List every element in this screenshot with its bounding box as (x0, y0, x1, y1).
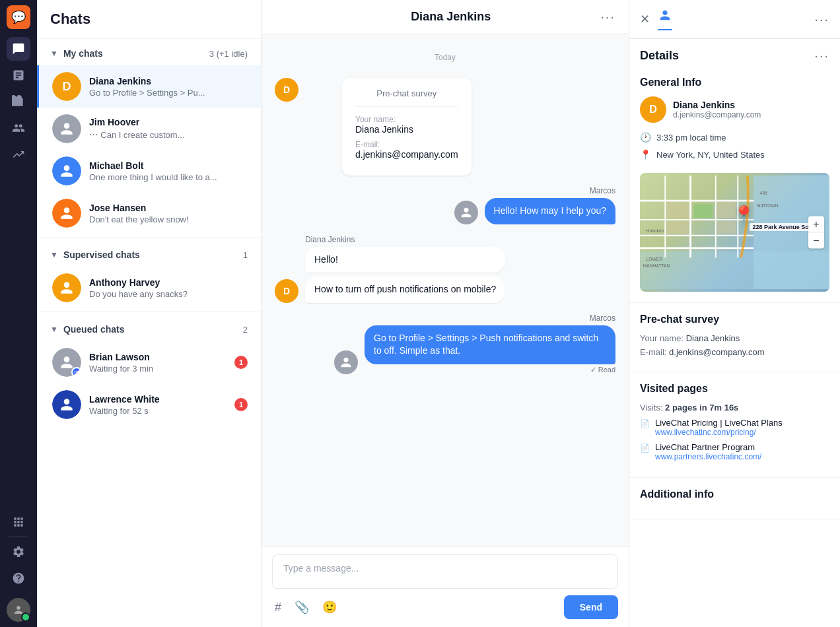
chat-preview-lawrence: Waiting for 52 s (89, 406, 227, 416)
page-title-0: LiveChat Pricing | LiveChat Plans (655, 418, 783, 428)
survey-name-field: Your name: Diana Jenkins (355, 115, 458, 135)
gi-user-row: D Diana Jenkins d.jenkins@company.com (640, 96, 829, 123)
chat-name-jose: Jose Hansen (89, 203, 248, 213)
visited-pages-section: Visited pages Visits: 2 pages in 7m 16s … (629, 372, 840, 478)
nav-item-analytics[interactable] (7, 143, 30, 166)
gi-email: d.jenkins@company.com (673, 110, 761, 119)
nav-item-customers[interactable] (7, 116, 30, 140)
close-panel-button[interactable]: ✕ (640, 12, 650, 26)
avatar-diana: D (52, 72, 81, 101)
nav-item-apps[interactable] (7, 510, 30, 534)
map-address-label: 228 Park Avenue So... (750, 223, 816, 231)
msg-sender-diana: Diana Jenkins (305, 235, 505, 244)
nav-bar: 💬 (0, 0, 37, 627)
chat-item-lawrence[interactable]: Lawrence White Waiting for 52 s 1 (37, 383, 261, 426)
prechat-name-value: Diana Jenkins (686, 333, 740, 343)
chat-item-brian[interactable]: m Brian Lawson Waiting for 3 min 1 (37, 341, 261, 383)
nav-item-settings[interactable] (7, 540, 30, 564)
msg-row-diana: D Diana Jenkins Hello! How to turn off p… (275, 235, 615, 303)
messages-area: Today D Pre-chat survey Your name: Diana… (262, 34, 629, 546)
nav-item-chats[interactable] (7, 37, 30, 61)
visited-pages-title: Visited pages (640, 383, 829, 395)
additional-info-section: Additional info (629, 478, 840, 519)
nav-item-divider (9, 537, 28, 537)
panel-more-button[interactable]: ··· (814, 12, 829, 27)
zoom-in-button[interactable]: + (808, 216, 824, 232)
chat-name-diana: Diana Jenkins (89, 76, 248, 86)
nav-item-reports[interactable] (7, 63, 30, 87)
svg-text:LOWER: LOWER (647, 257, 663, 261)
survey-title: Pre-chat survey (355, 88, 458, 107)
map-roads-svg: MIDTOWN Hoboken LOWER MANHATTAN 495 (640, 173, 829, 292)
supervised-chats-header: ▼ Supervised chats 1 (37, 240, 261, 267)
message-input[interactable]: Type a message... (272, 554, 618, 589)
msg-row-marcos2: Marcos Go to Profile > Settings > Push n… (275, 314, 615, 374)
emoji-button[interactable]: 🙂 (320, 597, 339, 617)
chat-preview-michael: One more thing I would like to a... (89, 172, 248, 182)
queued-chats-chevron[interactable]: ▼ (50, 325, 58, 334)
page-url-0[interactable]: www.livechatinc.com/pricing/ (655, 428, 783, 437)
avatar-lawrence (52, 390, 81, 419)
msg-sender-marcos2: Marcos (365, 314, 615, 323)
chat-item-jose[interactable]: Jose Hansen Don't eat the yellow snow! (37, 192, 261, 234)
supervised-chats-chevron[interactable]: ▼ (50, 250, 58, 259)
page-url-1[interactable]: www.partners.livechatinc.com/ (655, 452, 761, 461)
chat-header: Diana Jenkins ··· (262, 0, 629, 34)
gi-name: Diana Jenkins (673, 100, 761, 110)
avatar-anthony (52, 273, 81, 302)
chat-title: Diana Jenkins (411, 10, 491, 24)
supervised-chats-count: 1 (243, 250, 248, 260)
avatar-brian: m (52, 348, 81, 377)
user-avatar[interactable] (7, 598, 30, 622)
badge-lawrence: 1 (234, 398, 248, 411)
chat-item-anthony[interactable]: Anthony Harvey Do you have any snacks? (37, 267, 261, 309)
my-chats-chevron[interactable]: ▼ (50, 49, 58, 58)
general-info-section: General Info D Diana Jenkins d.jenkins@c… (629, 66, 840, 303)
send-button[interactable]: Send (564, 595, 618, 619)
zoom-out-button[interactable]: − (808, 233, 824, 249)
survey-card: Pre-chat survey Your name: Diana Jenkins… (342, 78, 472, 176)
my-chats-header: ▼ My chats 3 (+1 idle) (37, 39, 261, 65)
map-bg: MIDTOWN Hoboken LOWER MANHATTAN 495 📍 22… (640, 173, 829, 292)
gi-local-time: 3:33 pm local time (656, 133, 726, 143)
hashtag-button[interactable]: # (272, 597, 284, 617)
chat-preview-diana: Go to Profile > Settings > Pu... (89, 88, 248, 98)
right-panel-header: ✕ ··· (629, 0, 840, 39)
chat-item-michael[interactable]: 👍 Michael Bolt One more thing I would li… (37, 150, 261, 192)
chat-name-anthony: Anthony Harvey (89, 277, 248, 288)
profile-tab-icon[interactable] (658, 8, 672, 30)
chat-item-diana[interactable]: D Diana Jenkins Go to Profile > Settings… (37, 65, 261, 108)
survey-sender-avatar: D (275, 78, 298, 102)
details-more-button[interactable]: ··· (814, 48, 829, 63)
chat-item-jim[interactable]: Jim Hoover ··· Can I create custom... (37, 108, 261, 150)
avatar-jim (52, 114, 81, 143)
divider-2 (37, 312, 261, 312)
page-item-1: 📄 LiveChat Partner Program www.partners.… (640, 442, 829, 461)
svg-rect-12 (666, 221, 688, 234)
chat-main: Diana Jenkins ··· Today D Pre-chat surve… (262, 0, 629, 627)
map-zoom-controls: + − (808, 216, 824, 249)
svg-rect-11 (666, 202, 688, 218)
visits-summary: Visits: 2 pages in 7m 16s (640, 403, 829, 412)
nav-item-tickets[interactable] (7, 90, 30, 114)
bubble-marcos2: Go to Profile > Settings > Push notifica… (365, 325, 615, 364)
visits-count: 2 pages in 7m 16s (665, 403, 738, 412)
queued-chats-count: 2 (243, 325, 248, 335)
chat-name-jim: Jim Hoover (89, 117, 248, 127)
chat-more-button[interactable]: ··· (600, 9, 615, 24)
sidebar: Chats ▼ My chats 3 (+1 idle) D Diana Jen… (37, 0, 262, 627)
bubble-diana-question: How to turn off push notifications on mo… (305, 277, 505, 303)
attachment-button[interactable]: 📎 (292, 597, 312, 617)
svg-rect-10 (693, 204, 713, 218)
supervised-chats-label: Supervised chats (63, 249, 238, 260)
additional-info-title: Additional info (640, 488, 829, 500)
details-header: Details ··· (629, 39, 840, 66)
bubble-marcos1: Hello! How may I help you? (485, 198, 615, 224)
prechat-name-row: Your name: Diana Jenkins (640, 333, 829, 343)
map-container[interactable]: MIDTOWN Hoboken LOWER MANHATTAN 495 📍 22… (640, 173, 829, 292)
logo-icon: 💬 (11, 10, 26, 24)
nav-item-help[interactable] (7, 566, 30, 590)
page-icon-1: 📄 (640, 444, 650, 453)
sidebar-content: ▼ My chats 3 (+1 idle) D Diana Jenkins G… (37, 39, 261, 627)
prechat-email-row: E-mail: d.jenkins@company.com (640, 347, 829, 357)
